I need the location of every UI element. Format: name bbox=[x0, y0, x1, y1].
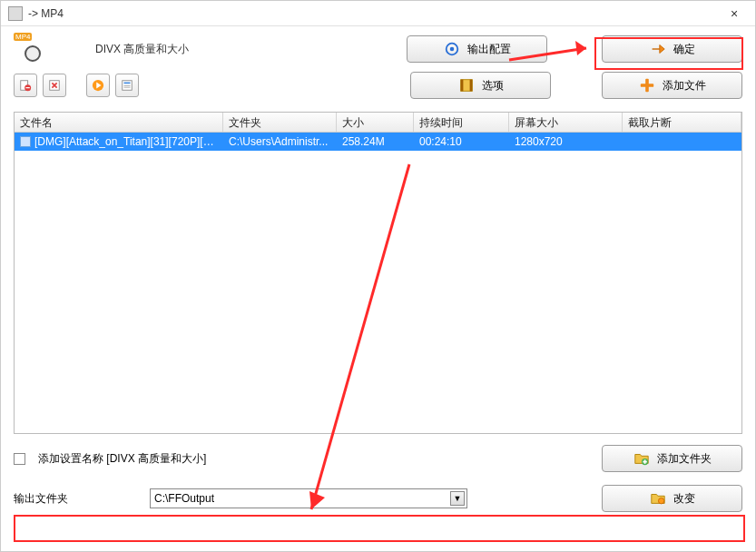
chevron-down-icon: ▼ bbox=[450, 491, 465, 506]
svg-rect-18 bbox=[643, 461, 647, 463]
folder-open-icon bbox=[650, 490, 666, 507]
col-size[interactable]: 大小 bbox=[337, 113, 414, 132]
format-icon: MP4 bbox=[14, 36, 41, 62]
change-label: 改变 bbox=[673, 491, 695, 507]
svg-point-1 bbox=[449, 47, 454, 52]
add-folder-button[interactable]: 添加文件夹 bbox=[602, 445, 742, 472]
cell-duration: 00:24:10 bbox=[414, 133, 509, 150]
svg-rect-9 bbox=[124, 85, 131, 86]
output-folder-value: C:\FFOutput bbox=[154, 492, 214, 505]
folder-plus-icon bbox=[633, 450, 650, 467]
remove-button[interactable] bbox=[14, 74, 37, 97]
options-button[interactable]: 选项 bbox=[410, 72, 551, 99]
window-title: -> MP4 bbox=[28, 7, 721, 20]
toolbar-row1: MP4 DIVX 高质量和大小 输出配置 确定 bbox=[1, 26, 755, 72]
svg-rect-15 bbox=[640, 84, 653, 87]
cell-clip bbox=[623, 140, 741, 143]
app-icon bbox=[8, 6, 23, 21]
gear-icon bbox=[444, 41, 460, 57]
ok-label: 确定 bbox=[673, 42, 695, 57]
change-button[interactable]: 改变 bbox=[602, 485, 742, 512]
arrow-right-icon bbox=[650, 41, 666, 57]
close-button[interactable]: × bbox=[721, 6, 748, 21]
titlebar: -> MP4 × bbox=[1, 1, 755, 26]
output-config-label: 输出配置 bbox=[467, 42, 511, 57]
annotation-box bbox=[14, 515, 745, 542]
table-row[interactable]: [DMG][Attack_on_Titan][31][720P][GB].mp4… bbox=[15, 133, 741, 151]
play-button[interactable] bbox=[86, 74, 110, 97]
cell-size: 258.24M bbox=[337, 133, 414, 150]
col-duration[interactable]: 持续时间 bbox=[414, 113, 509, 132]
add-folder-label: 添加文件夹 bbox=[657, 451, 712, 467]
toolbar-row2: 选项 添加文件 bbox=[1, 72, 755, 108]
svg-rect-13 bbox=[469, 80, 472, 92]
svg-rect-12 bbox=[460, 80, 463, 92]
clear-button[interactable] bbox=[43, 74, 66, 97]
table-header: 文件名 文件夹 大小 持续时间 屏幕大小 截取片断 bbox=[15, 113, 741, 133]
cell-filename: [DMG][Attack_on_Titan][31][720P][GB].mp4 bbox=[34, 135, 223, 148]
plus-icon bbox=[639, 77, 655, 94]
col-screen[interactable]: 屏幕大小 bbox=[509, 113, 623, 132]
cell-folder: C:\Users\Administr... bbox=[223, 133, 337, 150]
svg-rect-8 bbox=[124, 83, 131, 84]
svg-rect-10 bbox=[124, 87, 131, 88]
cell-screen: 1280x720 bbox=[509, 133, 623, 150]
append-preset-label: 添加设置名称 [DIVX 高质量和大小] bbox=[38, 451, 206, 467]
preset-label: DIVX 高质量和大小 bbox=[95, 42, 189, 57]
add-file-label: 添加文件 bbox=[663, 78, 706, 94]
svg-rect-4 bbox=[25, 87, 29, 88]
col-filename[interactable]: 文件名 bbox=[15, 113, 223, 132]
options-label: 选项 bbox=[482, 78, 504, 94]
file-table: 文件名 文件夹 大小 持续时间 屏幕大小 截取片断 [DMG][Attack_o… bbox=[14, 112, 742, 434]
bottom-row2: 输出文件夹 C:\FFOutput ▼ 改变 bbox=[1, 479, 755, 518]
output-folder-label: 输出文件夹 bbox=[14, 491, 141, 507]
output-config-button[interactable]: 输出配置 bbox=[407, 35, 547, 63]
output-folder-combo[interactable]: C:\FFOutput ▼ bbox=[150, 488, 467, 508]
ok-button[interactable]: 确定 bbox=[602, 35, 742, 63]
file-icon bbox=[20, 136, 31, 147]
svg-point-19 bbox=[658, 498, 663, 504]
info-button[interactable] bbox=[115, 74, 139, 97]
film-icon bbox=[458, 77, 475, 94]
col-folder[interactable]: 文件夹 bbox=[223, 113, 337, 132]
col-clip[interactable]: 截取片断 bbox=[623, 113, 741, 132]
append-preset-checkbox[interactable] bbox=[14, 453, 25, 465]
bottom-row1: 添加设置名称 [DIVX 高质量和大小] 添加文件夹 bbox=[1, 438, 755, 479]
add-file-button[interactable]: 添加文件 bbox=[602, 72, 742, 99]
